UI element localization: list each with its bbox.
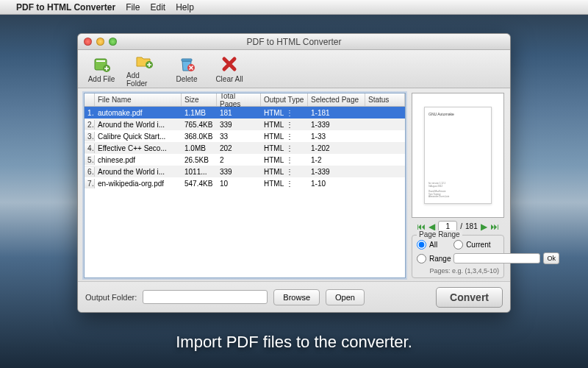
table-row[interactable]: 5chinese.pdf26.5KB2HTML ⋮1-2	[85, 154, 405, 166]
table-row[interactable]: 7en-wikipedia-org.pdf547.4KB10HTML ⋮1-10	[85, 177, 405, 189]
sidebar: GNU Automake for version 1.12.19 August …	[412, 93, 504, 278]
page-total: 181	[465, 222, 478, 230]
header-selected-page[interactable]: Selected Page	[308, 93, 365, 106]
app-window: PDF to HTML Converter Add File Add Folde…	[77, 33, 511, 313]
titlebar: PDF to HTML Converter	[78, 34, 510, 50]
add-file-icon	[91, 54, 112, 74]
page-range-legend: Page Range	[417, 230, 462, 238]
header-filename[interactable]: File Name	[95, 93, 182, 106]
table-row[interactable]: 3Calibre Quick Start...368.0KB33HTML ⋮1-…	[85, 130, 405, 142]
range-all-label: All	[429, 241, 437, 249]
clear-all-button[interactable]: Clear All	[212, 54, 247, 83]
add-folder-label: Add Folder	[126, 71, 162, 88]
toolbar: Add File Add Folder Delete Clear All	[78, 50, 510, 88]
next-page-icon[interactable]: ▶	[481, 222, 487, 232]
add-file-label: Add File	[88, 75, 115, 83]
delete-icon	[176, 54, 197, 74]
header-total-pages[interactable]: Total Pages	[217, 93, 261, 106]
preview-page: GNU Automake for version 1.12.19 August …	[424, 107, 492, 204]
table-row[interactable]: 1automake.pdf1.1MB181HTML ⋮1-181	[85, 107, 405, 118]
menubar: PDF to HTML Converter File Edit Help	[0, 0, 588, 15]
range-current-label: Current	[466, 241, 490, 249]
close-icon[interactable]	[84, 38, 92, 46]
table-header: File Name Size Total Pages Output Type S…	[85, 93, 405, 107]
range-hint: Pages: e.g. (1,3,4,5-10)	[417, 267, 499, 275]
svg-rect-1	[96, 60, 105, 62]
range-current-radio[interactable]	[453, 240, 463, 250]
output-folder-input[interactable]	[143, 290, 268, 304]
header-output-type[interactable]: Output Type	[261, 93, 308, 106]
minimize-icon[interactable]	[96, 38, 104, 46]
menu-edit[interactable]: Edit	[150, 2, 165, 13]
range-input[interactable]	[453, 253, 540, 263]
delete-button[interactable]: Delete	[169, 54, 204, 83]
add-folder-icon	[134, 51, 154, 70]
range-range-label: Range	[429, 255, 451, 263]
page-range-group: Page Range All Current Range Ok Pages: e…	[412, 235, 504, 278]
range-ok-button[interactable]: Ok	[543, 252, 559, 264]
svg-rect-4	[182, 59, 192, 61]
browse-button[interactable]: Browse	[273, 289, 320, 305]
menu-help[interactable]: Help	[176, 2, 194, 13]
table-row[interactable]: 4Effective C++ Seco...1.0MB202HTML ⋮1-20…	[85, 142, 405, 154]
preview-pane: GNU Automake for version 1.12.19 August …	[412, 93, 504, 218]
convert-button[interactable]: Convert	[436, 287, 503, 308]
table-row[interactable]: 6Around the World i...1011...339HTML ⋮1-…	[85, 166, 405, 177]
add-file-button[interactable]: Add File	[84, 54, 119, 83]
menu-file[interactable]: File	[126, 2, 140, 13]
zoom-icon[interactable]	[109, 38, 117, 46]
caption: Import PDF files to the converter.	[0, 333, 588, 352]
delete-label: Delete	[176, 75, 198, 83]
last-page-icon[interactable]: ⏭	[490, 222, 499, 232]
table-row[interactable]: 2Around the World i...765.4KB339HTML ⋮1-…	[85, 118, 405, 130]
window-title: PDF to HTML Converter	[78, 37, 510, 47]
file-table: File Name Size Total Pages Output Type S…	[84, 93, 406, 278]
footer: Output Folder: Browse Open Convert	[78, 281, 510, 312]
header-status[interactable]: Status	[365, 93, 405, 106]
clear-all-label: Clear All	[215, 75, 243, 83]
output-folder-label: Output Folder:	[85, 293, 137, 302]
clear-all-icon	[219, 54, 240, 74]
add-folder-button[interactable]: Add Folder	[126, 51, 162, 88]
page-sep: /	[460, 222, 462, 230]
range-range-radio[interactable]	[417, 254, 426, 263]
menubar-app-name[interactable]: PDF to HTML Converter	[16, 2, 115, 13]
range-all-radio[interactable]	[417, 240, 426, 250]
table-body: 1automake.pdf1.1MB181HTML ⋮1-1812Around …	[85, 107, 405, 277]
preview-headline: GNU Automake	[429, 112, 487, 116]
header-size[interactable]: Size	[182, 93, 217, 106]
open-button[interactable]: Open	[326, 289, 365, 305]
